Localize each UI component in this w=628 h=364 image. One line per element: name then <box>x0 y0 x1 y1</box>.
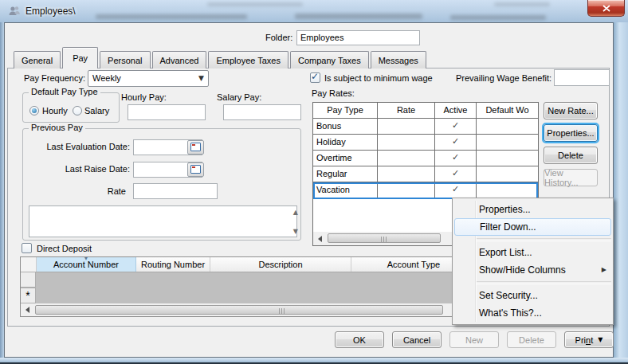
hourly-radio[interactable] <box>29 106 39 115</box>
cell-default-work[interactable] <box>477 135 538 151</box>
pay-frequency-label: Pay Frequency: <box>24 73 85 83</box>
context-menu: Properties... Filter Down... Export List… <box>452 198 614 325</box>
cell-default-work[interactable] <box>477 151 538 166</box>
menu-item-whats-this[interactable]: What's This?... <box>453 304 613 322</box>
cell-rate[interactable] <box>378 151 435 166</box>
minimum-wage-checkbox[interactable]: ✓ <box>310 72 320 83</box>
salary-radio[interactable] <box>73 106 82 115</box>
close-button[interactable] <box>587 0 625 17</box>
tab-advanced[interactable]: Advanced <box>152 51 207 68</box>
tab-employee-taxes[interactable]: Employee Taxes <box>208 51 288 68</box>
cell-default-work[interactable] <box>477 166 538 182</box>
hourly-pay-field[interactable] <box>128 104 206 120</box>
scrollbar-thumb[interactable] <box>35 305 443 315</box>
window-frame-bottom <box>0 358 628 364</box>
tab-pay[interactable]: Pay <box>62 47 98 68</box>
scroll-up-icon[interactable]: ▲ <box>293 209 298 216</box>
last-raise-date-picker-button[interactable] <box>187 162 204 177</box>
last-evaluation-date-picker-button[interactable] <box>187 140 204 155</box>
rate-field[interactable] <box>133 183 218 199</box>
cell-rate[interactable] <box>378 166 435 182</box>
tab-strip: General Pay Personal Advanced Employee T… <box>14 48 426 68</box>
selected-row-highlight <box>313 182 538 199</box>
active-check-icon[interactable]: ✓ <box>435 119 477 135</box>
delete-button: Delete <box>507 331 556 348</box>
scrollbar-thumb[interactable] <box>328 233 441 243</box>
salary-radio-label: Salary <box>84 106 109 115</box>
hourly-radio-label: Hourly <box>42 106 68 115</box>
column-header-account-number[interactable]: ▼ Account Number <box>37 257 136 272</box>
cell-pay-type[interactable]: Bonus <box>313 119 378 135</box>
cell-rate[interactable] <box>378 119 435 135</box>
pay-rate-row-overtime[interactable]: Overtime ✓ <box>313 151 538 166</box>
cell-pay-type[interactable]: Regular <box>313 166 378 182</box>
ok-button[interactable]: OK <box>335 331 384 348</box>
tab-messages[interactable]: Messages <box>371 51 426 68</box>
cancel-button[interactable]: Cancel <box>392 331 442 348</box>
view-history-button: View History... <box>544 169 598 186</box>
menu-item-label: Show/Hide Columns <box>479 264 566 276</box>
folder-label: Folder: <box>265 33 292 42</box>
new-rate-button[interactable]: New Rate... <box>544 102 598 119</box>
cell-pay-type[interactable]: Overtime <box>313 151 378 166</box>
cell-default-work[interactable] <box>477 119 538 135</box>
dropdown-arrow-icon: ▼ <box>198 74 204 82</box>
folder-field[interactable]: Employees <box>296 30 420 45</box>
print-dropdown-arrow-icon: ▼ <box>598 336 602 343</box>
last-raise-date-label: Last Raise Date: <box>33 164 130 174</box>
menu-item-properties[interactable]: Properties... <box>453 201 613 218</box>
print-label: Pri <box>575 335 586 345</box>
scroll-left-icon[interactable] <box>26 307 29 313</box>
tab-personal[interactable]: Personal <box>100 51 150 68</box>
print-button[interactable]: Print ▼ <box>564 331 614 348</box>
scroll-down-icon[interactable]: ▼ <box>293 228 298 235</box>
cell-pay-type[interactable]: Holiday <box>313 135 378 151</box>
previous-pay-legend: Previous Pay <box>29 123 85 132</box>
people-icon <box>8 5 21 18</box>
pay-rate-row-holiday[interactable]: Holiday ✓ <box>313 135 538 151</box>
menu-item-set-security[interactable]: Set Security... <box>453 287 613 304</box>
active-check-icon[interactable]: ✓ <box>435 135 477 151</box>
column-header-default-work: Default Wo <box>477 103 538 119</box>
delete-rate-button[interactable]: Delete <box>544 147 598 164</box>
default-pay-type-legend: Default Pay Type <box>29 87 100 96</box>
submenu-arrow-icon: ▶ <box>602 261 606 279</box>
column-header-routing-number[interactable]: Routing Number <box>136 257 210 272</box>
minimum-wage-label: Is subject to minimum wage <box>324 73 433 83</box>
titlebar[interactable]: Employees\ <box>0 0 628 23</box>
scroll-left-icon[interactable] <box>318 236 322 242</box>
direct-deposit-checkbox[interactable] <box>22 243 32 253</box>
menu-separator <box>477 281 611 284</box>
new-row-selector-cell[interactable]: * <box>21 288 36 303</box>
active-check-icon[interactable]: ✓ <box>435 151 477 166</box>
tab-general[interactable]: General <box>14 51 61 68</box>
row-selector-cell[interactable] <box>21 272 36 288</box>
menu-item-filter-down[interactable]: Filter Down... <box>454 218 611 236</box>
date-picker-icon <box>190 165 201 174</box>
previous-pay-notes-textarea[interactable] <box>29 205 297 237</box>
date-picker-icon <box>190 143 201 151</box>
window-frame-right <box>614 22 628 358</box>
tab-company-taxes[interactable]: Company Taxes <box>290 51 369 68</box>
active-check-icon[interactable]: ✓ <box>435 166 477 182</box>
pay-frequency-select[interactable]: Weekly ▼ <box>88 70 209 87</box>
pay-rate-row-bonus[interactable]: Bonus ✓ <box>313 119 538 135</box>
pay-rates-label: Pay Rates: <box>312 88 355 98</box>
menu-item-export-list[interactable]: Export List... <box>453 244 613 261</box>
glass-smudge <box>450 15 546 20</box>
cell-rate[interactable] <box>378 135 435 151</box>
scrollbar-grip <box>279 308 286 314</box>
prevailing-wage-benefit-label: Prevailing Wage Benefit: <box>456 73 551 83</box>
default-pay-type-group: Default Pay Type Hourly Salary <box>22 92 120 123</box>
pay-rates-header-row: Pay Type Rate Active Default Wo <box>313 103 538 119</box>
menu-separator <box>477 238 611 241</box>
column-header-description[interactable]: Description <box>210 257 351 272</box>
properties-button[interactable]: Properties... <box>544 124 598 142</box>
glass-smudge <box>494 2 550 6</box>
prevailing-wage-benefit-field[interactable] <box>554 69 610 86</box>
pay-rate-row-regular[interactable]: Regular ✓ <box>313 166 538 182</box>
salary-pay-field[interactable] <box>223 104 301 120</box>
menu-item-show-hide-columns[interactable]: Show/Hide Columns ▶ <box>453 261 613 279</box>
new-button: New <box>449 331 499 348</box>
salary-pay-label: Salary Pay: <box>217 92 261 102</box>
